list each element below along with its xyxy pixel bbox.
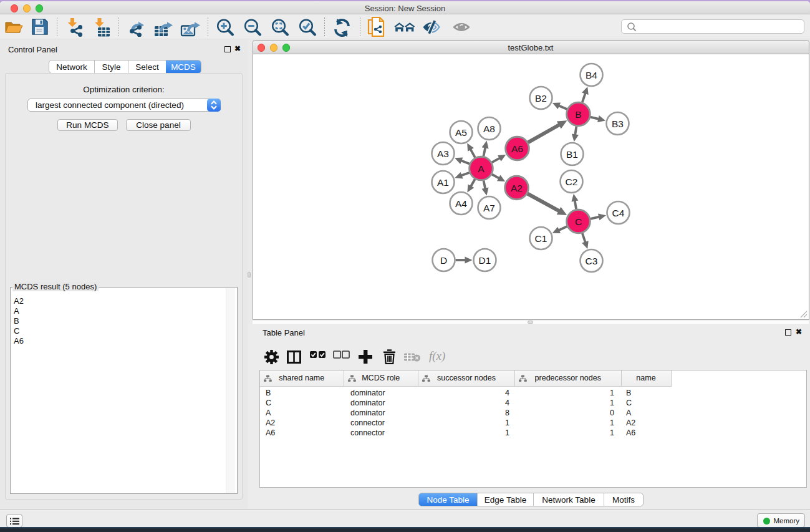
svg-text:C: C bbox=[574, 216, 581, 227]
svg-text:A2: A2 bbox=[511, 183, 523, 193]
svg-text:C3: C3 bbox=[585, 256, 597, 266]
svg-text:B2: B2 bbox=[535, 93, 547, 104]
svg-text:D: D bbox=[440, 255, 446, 266]
svg-text:D1: D1 bbox=[478, 255, 491, 266]
svg-text:A1: A1 bbox=[437, 177, 449, 188]
svg-text:C1: C1 bbox=[534, 233, 547, 244]
svg-text:A6: A6 bbox=[511, 143, 523, 154]
svg-text:A3: A3 bbox=[437, 148, 449, 159]
svg-text:B: B bbox=[575, 109, 581, 120]
svg-text:B4: B4 bbox=[586, 70, 597, 80]
svg-text:A7: A7 bbox=[483, 203, 495, 213]
svg-text:A8: A8 bbox=[483, 123, 495, 134]
svg-text:B3: B3 bbox=[612, 118, 624, 129]
svg-text:C4: C4 bbox=[612, 208, 624, 218]
svg-text:B1: B1 bbox=[566, 149, 578, 160]
svg-text:A: A bbox=[478, 163, 485, 174]
svg-text:C2: C2 bbox=[565, 177, 577, 187]
svg-text:A5: A5 bbox=[455, 127, 467, 138]
svg-text:A4: A4 bbox=[455, 198, 467, 209]
